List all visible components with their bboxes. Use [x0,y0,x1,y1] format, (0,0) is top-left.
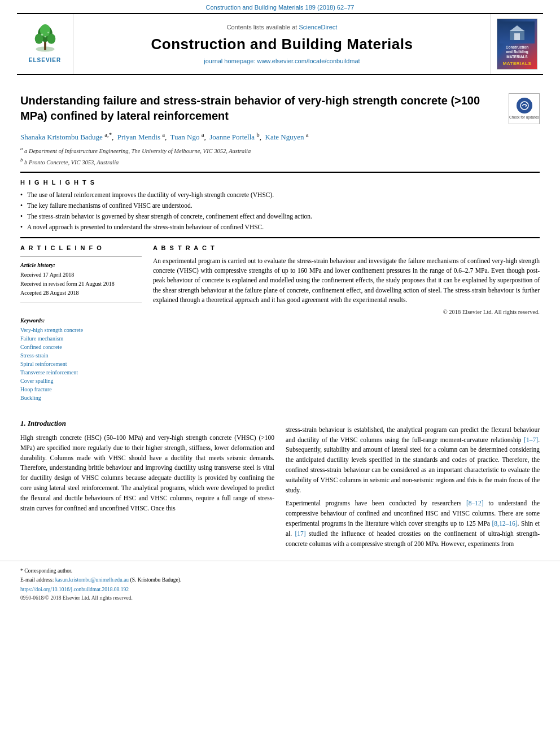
keyword-5: Spiral reinforcement [20,360,142,368]
ref-8-12[interactable]: [8–12] [466,500,484,506]
journal-center: Contents lists available at ScienceDirec… [73,14,491,74]
highlights-list: The use of lateral reinforcement improve… [20,190,540,231]
affiliation-a: a a Department of Infrastructure Enginee… [20,145,540,155]
author-portella: Joanne Portella [209,133,255,142]
authors-line: Shanaka Kristombu Baduge a,*, Priyan Men… [20,130,540,143]
main-left-col: 1. Introduction High strength concrete (… [20,413,274,553]
footer-section: * Corresponding author. E-mail address: … [0,561,560,602]
cover-image: Construction and Building MATERIALS MATE… [497,19,537,69]
section1-heading: 1. Introduction [20,418,274,429]
keyword-6: Transverse reinforcement [20,369,142,377]
cover-graphic-icon [509,24,526,41]
elsevier-brand: ELSEVIER [29,56,61,64]
section1-para1: High strength concrete (HSC) (50–100 MPa… [20,433,274,514]
doi-link[interactable]: https://doi.org/10.1016/j.conbuildmat.20… [20,587,129,592]
article-title-section: Understanding failure and stress-strain … [20,93,540,124]
author-nguyen: Kate Nguyen [265,133,304,142]
corresponding-author-note: * Corresponding author. [20,567,540,575]
sciencedirect-link[interactable]: ScienceDirect [299,24,337,30]
email-label: E-mail address: [20,577,54,583]
check-updates-badge[interactable]: Check for updates [509,93,540,124]
svg-point-12 [520,102,528,110]
email-note: E-mail address: kasun.kristombu@unimelb.… [20,576,540,584]
keyword-7: Cover spalling [20,377,142,385]
ref-8-16[interactable]: [8,12–16] [492,520,518,527]
highlights-divider [20,237,540,238]
contents-text: Contents lists available at [227,24,298,30]
homepage-url[interactable]: www.elsevier.com/locate/conbuildmat [257,58,360,64]
article-history-title: Article history: [20,261,142,269]
svg-point-7 [47,32,49,33]
svg-point-6 [41,33,43,36]
author-baduge: Shanaka Kristombu Baduge [20,133,103,142]
keyword-9: Buckling [20,394,142,402]
highlight-item-1: The use of lateral reinforcement improve… [20,190,540,199]
affiliation-b: b b Pronto Concrete, VIC 3053, Australia [20,156,540,167]
revised-date: Received in revised form 21 August 2018 [20,280,142,288]
highlights-section: H I G H L I G H T S The use of lateral r… [20,178,540,232]
keyword-2: Failure mechanism [20,335,142,343]
cover-materials-text: MATERIALS [503,60,532,67]
ref-1-7[interactable]: [1–7] [524,436,538,443]
journal-homepage: journal homepage: www.elsevier.com/locat… [204,57,360,65]
main-right-col: stress-strain behaviour is established, … [286,413,540,553]
homepage-prefix: journal homepage: [204,58,257,64]
author-mendis: Priyan Mendis [117,133,160,142]
main-content: 1. Introduction High strength concrete (… [0,413,560,553]
doi-line: https://doi.org/10.1016/j.conbuildmat.20… [20,586,540,593]
info-abstract-section: A R T I C L E I N F O Article history: R… [20,244,540,402]
email-suffix: (S. Kristombu Baduge). [130,577,182,583]
elsevier-logo: ELSEVIER [17,14,73,74]
check-updates-label: Check for updates [509,115,539,120]
citation-text: Construction and Building Materials 189 … [206,4,355,11]
header-divider [20,172,540,173]
author-ngo: Tuan Ngo [170,133,200,142]
keyword-4: Stress-strain [20,352,142,360]
contents-line: Contents lists available at ScienceDirec… [227,23,338,32]
issn-line: 0950-0618/© 2018 Elsevier Ltd. All right… [20,595,540,602]
keyword-8: Hoop fracture [20,386,142,394]
article-title: Understanding failure and stress-strain … [20,93,501,124]
highlight-item-2: The key failure mechanisms of confined V… [20,201,540,210]
journal-title: Construction and Building Materials [151,34,413,54]
journal-cover: Construction and Building MATERIALS MATE… [491,14,543,74]
highlight-item-3: The stress-strain behavior is governed b… [20,212,540,221]
accepted-date: Accepted 28 August 2018 [20,289,142,297]
article-info-col: A R T I C L E I N F O Article history: R… [20,244,142,402]
abstract-col: A B S T R A C T An experimental program … [153,244,540,402]
section1-para3: Experimental programs have been conducte… [286,499,540,549]
article-area: Understanding failure and stress-strain … [0,75,560,402]
top-citation-bar: Construction and Building Materials 189 … [0,0,560,13]
abstract-text: An experimental program is carried out t… [153,256,540,305]
highlights-title: H I G H L I G H T S [20,178,540,187]
article-info-box: Article history: Received 17 April 2018 … [20,256,142,303]
svg-point-8 [44,36,46,38]
section1-para2: stress-strain behaviour is established, … [286,425,540,496]
keyword-3: Confined concrete [20,343,142,351]
journal-header: ELSEVIER Contents lists available at Sci… [17,13,543,75]
ref-17[interactable]: [17] [295,530,305,537]
corresponding-label: * Corresponding author. [20,568,72,574]
email-address[interactable]: kasun.kristombu@unimelb.edu.au [55,577,129,583]
svg-rect-11 [514,33,520,40]
check-updates-icon [520,101,529,110]
elsevier-tree-icon [28,24,62,55]
page-wrapper: Construction and Building Materials 189 … [0,0,560,602]
article-info-title: A R T I C L E I N F O [20,244,142,252]
check-updates-circle [517,98,532,113]
cover-title-text: Construction and Building MATERIALS [506,45,528,59]
keyword-1: Very-high strength concrete [20,326,142,334]
received-date: Received 17 April 2018 [20,271,142,279]
abstract-title: A B S T R A C T [153,244,540,252]
highlight-item-4: A novel approach is presented to underst… [20,222,540,231]
copyright-line: © 2018 Elsevier Ltd. All rights reserved… [153,308,540,317]
svg-marker-10 [510,25,524,31]
keywords-title: Keywords: [20,317,142,325]
